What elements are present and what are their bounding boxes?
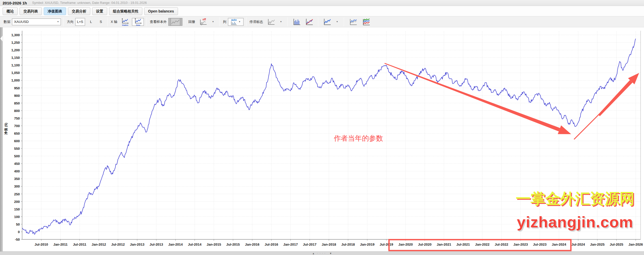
- y-tick-label: 450: [14, 162, 20, 166]
- y-tick-label: 100: [14, 215, 20, 219]
- tab-portfolio-correlation[interactable]: 组合策略相关性: [109, 7, 142, 15]
- drawdown-label: 回撤: [188, 20, 195, 24]
- trades-chart-icon: trades: [121, 18, 129, 26]
- svg-text:off: off: [202, 18, 206, 21]
- multi-series-icon: [361, 18, 371, 26]
- toolbar-separator: [63, 17, 64, 26]
- chevron-down-icon: ▼: [211, 21, 215, 23]
- x-tick-label: Jan-2026: [628, 242, 643, 246]
- symbol-select[interactable]: XAUUSD ▼: [12, 18, 61, 25]
- chevron-down-icon: ▼: [55, 21, 61, 23]
- x-tick-label: Jul-2023: [533, 242, 547, 246]
- toolbar-separator: [288, 17, 288, 26]
- data-label: 数据: [4, 20, 10, 24]
- direction-label: 方向: [67, 20, 74, 24]
- svg-text:auto: auto: [231, 18, 237, 21]
- drawdown-dropdown-button[interactable]: ▼: [209, 18, 217, 26]
- x-tick-label: Jan-2012: [92, 242, 106, 246]
- tab-trade-analysis[interactable]: 交易分析: [68, 7, 90, 15]
- x-tick-label: Jan-2020: [398, 242, 413, 246]
- tab-overview[interactable]: 概论: [3, 7, 18, 15]
- svg-text:trades: trades: [122, 24, 129, 26]
- direction-long-button[interactable]: L: [87, 18, 95, 26]
- page-title: 2010-2026 1h: [3, 1, 27, 5]
- page-subtitle: Symbol: XAUUSD, Timeframe: unknown, Date…: [32, 1, 147, 5]
- toolbar-separator: [318, 17, 318, 26]
- line-with-trend-icon: [305, 18, 314, 26]
- x-tick-label: Jul-2011: [73, 242, 86, 246]
- tab-open-balances[interactable]: Open balances: [144, 7, 178, 15]
- y-tick-label: 1,250: [11, 41, 20, 45]
- tab-settings[interactable]: 设置: [92, 7, 107, 15]
- x-tick-label: Jan-2013: [130, 242, 144, 246]
- direction-long-short-button[interactable]: L+S: [75, 18, 85, 26]
- toolbar-separator: [344, 17, 344, 26]
- x-tick-label: Jul-2013: [150, 242, 163, 246]
- y-tick-label: 1,300: [11, 33, 20, 37]
- y-tick-label: -50: [15, 238, 20, 241]
- stagnation-chart-icon: [266, 18, 275, 26]
- tab-trade-list[interactable]: 交易列表: [20, 7, 42, 15]
- x-tick-label: Jul-2012: [111, 242, 125, 246]
- view-out-of-sample-button[interactable]: [168, 18, 182, 26]
- histogram-chart-icon: [292, 18, 301, 26]
- equity-line-button[interactable]: [321, 18, 333, 26]
- multi-series-button[interactable]: [360, 18, 373, 26]
- watermark-site-name: 一掌金外汇资源网: [513, 189, 637, 209]
- x-tick-label: Jul-2018: [341, 242, 355, 246]
- xaxis-trades-button[interactable]: trades: [119, 18, 131, 26]
- annotation-note-text: 作者当年的参数: [334, 134, 383, 143]
- y-tick-label: 850: [14, 101, 20, 105]
- out-of-sample-chart-icon: [170, 18, 181, 26]
- chevron-down-icon: ▼: [238, 21, 242, 23]
- y-tick-label: 300: [14, 184, 20, 188]
- stagnation-marks-button[interactable]: [265, 18, 277, 26]
- collapse-left-icon[interactable]: [0, 36, 3, 41]
- direction-short-button[interactable]: S: [97, 18, 105, 26]
- y-tick-label: 700: [14, 124, 20, 128]
- bottom-splitter-bar[interactable]: ▲ ···· ▼: [0, 251, 644, 255]
- y-tick-label: 1,150: [11, 56, 20, 60]
- x-tick-label: Jan-2022: [475, 242, 490, 246]
- symbol-select-value: XAUUSD: [12, 20, 55, 24]
- toolbar: 数据 XAUUSD ▼ 方向 L+S L S X 轴 trades time: [0, 16, 644, 27]
- x-tick-label: Jul-2015: [226, 242, 240, 246]
- y-tick-label: 400: [14, 169, 20, 173]
- splitter-up-icon[interactable]: ▲: [312, 252, 315, 255]
- xaxis-time-button[interactable]: time: [132, 18, 144, 26]
- drawdown-mode-button[interactable]: off: [197, 18, 209, 26]
- y-tick-label: 1,050: [11, 71, 20, 75]
- histogram-view-button[interactable]: [290, 18, 303, 26]
- compare-curves-icon: [348, 18, 358, 26]
- x-tick-label: Jan-2018: [322, 242, 336, 246]
- x-tick-label: Jul-2022: [495, 242, 508, 246]
- chart-region: -500501001502002503003504004505005506006…: [0, 27, 644, 251]
- columns-auto-button[interactable]: auto ▼: [228, 18, 244, 26]
- y-tick-label: 500: [14, 154, 20, 158]
- x-tick-label: Jul-2010: [35, 242, 48, 246]
- toolbar-separator: [246, 17, 246, 26]
- compare-curves-button[interactable]: [347, 18, 360, 26]
- x-tick-label: Jul-2021: [456, 242, 470, 246]
- tab-equity-chart[interactable]: 净值图表: [44, 7, 66, 15]
- y-tick-label: 550: [14, 147, 20, 151]
- stagnation-dropdown-button[interactable]: ▼: [277, 18, 285, 26]
- stagnation-label: 停滞标志: [250, 20, 263, 24]
- title-bar: 2010-2026 1h Symbol: XAUUSD, Timeframe: …: [0, 0, 644, 6]
- toolbar-separator: [220, 17, 220, 26]
- x-tick-label: Jul-2014: [188, 242, 202, 246]
- splitter-handle[interactable]: ▲ ···· ▼: [312, 252, 332, 255]
- x-tick-label: Jan-2015: [207, 242, 221, 246]
- y-tick-label: 1,000: [11, 78, 20, 82]
- regression-line-button[interactable]: [303, 18, 315, 26]
- splitter-dots-icon: ····: [317, 252, 327, 255]
- time-chart-icon: time: [134, 18, 142, 26]
- y-axis-title: 净值 ($): [4, 127, 8, 135]
- x-tick-label: Jan-2023: [513, 242, 528, 246]
- y-tick-label: 750: [14, 116, 20, 120]
- splitter-down-icon[interactable]: ▼: [329, 252, 332, 255]
- x-tick-label: Jul-2020: [418, 242, 431, 246]
- y-tick-label: 950: [14, 86, 20, 90]
- equity-line-dropdown-button[interactable]: ▼: [333, 18, 341, 26]
- x-tick-label: Jul-2016: [265, 242, 278, 246]
